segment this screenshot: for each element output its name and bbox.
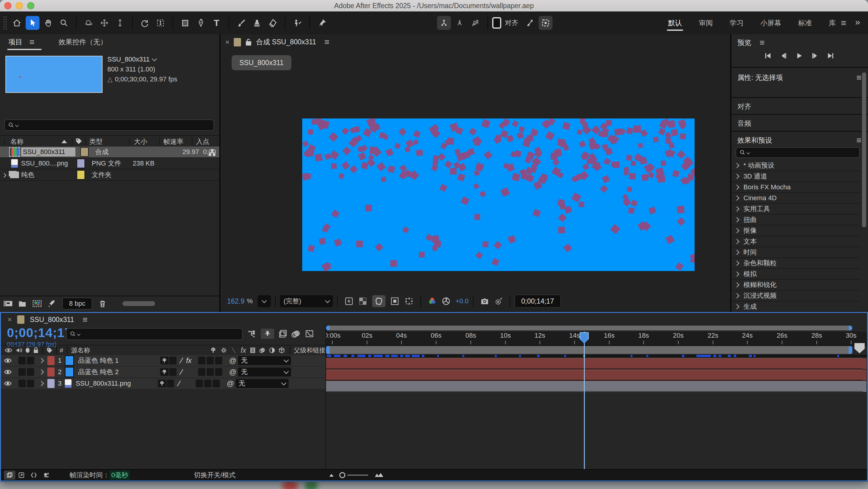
layer-collapse-toggle[interactable] (169, 357, 177, 364)
audio-column-icon[interactable] (16, 347, 23, 354)
effects-category-row[interactable]: Cinema 4D (732, 193, 860, 204)
mask-visibility-icon[interactable] (372, 295, 385, 307)
label-color-chip[interactable] (80, 147, 89, 157)
quality-column-icon[interactable]: ﹨ (230, 346, 238, 355)
layer-motion-blur-toggle[interactable] (207, 368, 214, 376)
column-size[interactable]: 大小 (134, 137, 147, 146)
project-panel-menu-icon[interactable] (30, 42, 34, 42)
effects-title[interactable]: 效果和预设 (737, 136, 772, 145)
timeline-search-input[interactable] (66, 328, 243, 340)
layer-eye-icon[interactable] (4, 380, 12, 387)
workspace-tab[interactable]: 默认 (668, 13, 682, 33)
workspace-menu-icon[interactable] (841, 23, 846, 23)
comp-thumbnail[interactable] (5, 56, 102, 93)
workspace-tab[interactable]: 学习 (730, 13, 743, 33)
viewer-tab-title[interactable]: 合成 SSU_800x311 (256, 37, 316, 47)
clone-stamp-tool-icon[interactable] (250, 16, 264, 30)
last-frame-button[interactable] (827, 52, 835, 60)
column-in[interactable]: 入点 (196, 137, 209, 146)
label-color-chip[interactable] (76, 159, 85, 168)
expand-in-out-pane-icon[interactable] (18, 471, 25, 479)
snap-label[interactable]: 对齐 (505, 19, 518, 27)
column-type[interactable]: 类型 (89, 137, 102, 146)
comp-navigator-button[interactable]: SSU_800x311 (231, 55, 291, 70)
effects-category-row[interactable]: 模糊和锐化 (732, 280, 860, 291)
zoom-out-mountain-icon[interactable] (328, 472, 335, 478)
dolly-camera-tool-icon[interactable] (113, 16, 127, 30)
parent-link-dropdown[interactable]: 无 (238, 367, 291, 377)
layer-expand-chevron[interactable] (39, 381, 44, 386)
project-row[interactable]: 纯色 文件夹 (0, 169, 219, 181)
delete-trash-icon[interactable] (98, 299, 107, 308)
effects-search-input[interactable] (736, 147, 860, 158)
orbit-camera-tool-icon[interactable] (82, 16, 96, 30)
layer-3d-toggle[interactable] (215, 368, 222, 376)
snap-options-icon[interactable] (523, 16, 537, 30)
pan-camera-tool-icon[interactable] (97, 16, 111, 30)
column-name[interactable]: 名称 (10, 137, 24, 146)
pen-tool-icon[interactable] (194, 16, 208, 30)
layer-duration-bar[interactable] (326, 358, 864, 369)
comp-canvas[interactable] (302, 119, 694, 271)
vertical-scrollbar[interactable] (862, 72, 866, 227)
type-tool-icon[interactable]: T (210, 16, 223, 30)
roto-brush-tool-icon[interactable] (290, 16, 304, 30)
label-column-icon[interactable] (46, 347, 53, 354)
layer-expand-chevron[interactable] (39, 358, 44, 363)
guides-options-icon[interactable] (404, 297, 414, 306)
new-composition-icon[interactable] (32, 299, 42, 308)
timeline-timecode[interactable]: 0;00;14;17 (7, 326, 72, 340)
previous-frame-button[interactable] (780, 52, 787, 60)
layer-shy-toggle[interactable] (158, 380, 166, 387)
local-axis-mode-icon[interactable] (437, 16, 451, 30)
frame-blend-column-icon[interactable] (249, 347, 256, 354)
resolution-dropdown[interactable]: (完整) (280, 295, 333, 307)
effects-category-row[interactable]: 模拟 (732, 269, 860, 280)
workspace-tab[interactable]: 审阅 (699, 13, 713, 33)
camera-bounds-tool-icon[interactable] (154, 16, 167, 30)
effects-category-row[interactable]: Boris FX Mocha (732, 182, 860, 193)
toolbar-grip[interactable] (3, 16, 7, 30)
workspace-tab[interactable]: 小屏幕 (760, 13, 781, 33)
effects-category-row[interactable]: * 动画预设 (732, 160, 860, 171)
effects-category-row[interactable]: 时间 (732, 247, 860, 258)
selection-tool-icon[interactable] (26, 16, 39, 30)
exposure-icon[interactable] (441, 297, 451, 306)
layer-audio-toggle[interactable] (19, 368, 26, 376)
layer-eye-icon[interactable] (4, 357, 12, 364)
timeline-zoom-slider-knob[interactable] (339, 472, 345, 478)
preview-title[interactable]: 预览 (737, 38, 751, 47)
viewer-panel-menu-icon[interactable] (325, 42, 329, 42)
parent-pickwhip-icon[interactable]: @ (225, 379, 236, 388)
home-tool-icon[interactable] (10, 16, 24, 30)
toggle-switches-modes-button[interactable]: 切换开关/模式 (194, 470, 236, 480)
lock-column-icon[interactable] (33, 347, 39, 354)
layer-frame-blend-toggle[interactable] (198, 368, 206, 376)
motion-blur-icon[interactable] (292, 329, 301, 338)
parent-pickwhip-icon[interactable]: @ (228, 368, 238, 376)
effects-category-row[interactable]: 沉浸式视频 (732, 291, 860, 301)
layer-collapse-toggle[interactable] (169, 368, 177, 376)
layer-3d-toggle[interactable] (215, 357, 222, 364)
layer-shy-toggle[interactable] (160, 357, 168, 364)
frame-blending-icon[interactable] (278, 329, 287, 338)
rotation-tool-icon[interactable] (138, 16, 152, 30)
parent-pickwhip-icon[interactable]: @ (228, 356, 238, 365)
layer-shy-toggle[interactable] (160, 368, 168, 376)
layer-frame-blend-toggle[interactable] (196, 380, 203, 387)
timeline-tab-title[interactable]: SSU_800x311 (30, 316, 74, 324)
source-name-column-header[interactable]: 源名称 (71, 346, 90, 355)
layer-expand-chevron[interactable] (39, 370, 44, 375)
timeline-panel-menu-icon[interactable] (83, 319, 87, 320)
work-area-end-handle[interactable] (849, 346, 852, 354)
layer-quality-toggle[interactable]: ∕ (177, 356, 186, 365)
layer-audio-toggle[interactable] (19, 380, 26, 387)
work-area-start-handle[interactable] (326, 346, 330, 354)
column-fps[interactable]: 帧速率 (163, 137, 183, 146)
align-panel-header[interactable]: 对齐 (737, 102, 751, 111)
layer-name[interactable]: SSU_800x311.png (76, 380, 158, 387)
layer-label-chip[interactable] (48, 367, 55, 377)
layer-eye-icon[interactable] (4, 369, 12, 376)
draft-3d-icon[interactable] (261, 329, 274, 339)
effects-column-icon[interactable]: fx (241, 347, 246, 355)
